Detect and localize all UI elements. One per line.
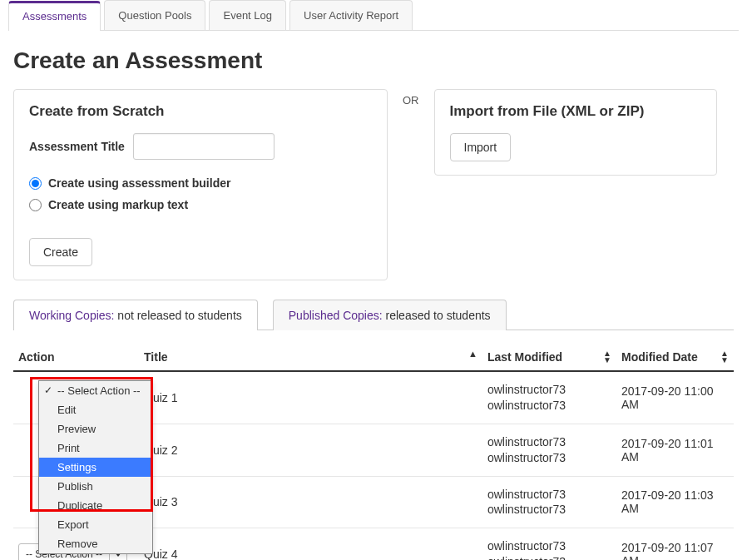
row-modified-date: 2017-09-20 11:00 AM xyxy=(616,371,734,424)
col-title-label: Title xyxy=(144,350,168,364)
copies-tabs: Working Copies: not released to students… xyxy=(13,299,734,330)
working-copies-label: Working Copies: xyxy=(29,309,114,322)
create-button[interactable]: Create xyxy=(29,238,92,266)
dropdown-option[interactable]: Export xyxy=(39,515,152,534)
dropdown-option[interactable]: Edit xyxy=(39,400,152,419)
tab-working-copies[interactable]: Working Copies: not released to students xyxy=(13,300,258,330)
dropdown-option[interactable]: Duplicate xyxy=(39,496,152,515)
col-last-modified[interactable]: Last Modified ▲▼ xyxy=(482,344,616,371)
import-panel-title: Import from File (XML or ZIP) xyxy=(450,103,701,120)
top-tabs: Assessments Question Pools Event Log Use… xyxy=(8,0,739,31)
row-last-modified: owlinstructor73owlinstructor73 xyxy=(482,371,616,424)
radio-builder[interactable] xyxy=(29,177,42,190)
col-title[interactable]: Title ▲ xyxy=(139,344,482,371)
import-panel: Import from File (XML or ZIP) Import xyxy=(434,89,717,176)
radio-markup[interactable] xyxy=(29,199,42,211)
row-last-modified: owlinstructor73owlinstructor73 xyxy=(482,424,616,476)
col-modified-date[interactable]: Modified Date ▲▼ xyxy=(616,344,734,371)
row-last-modified: owlinstructor73owlinstructor73 xyxy=(482,476,616,528)
tab-user-activity-report[interactable]: User Activity Report xyxy=(289,0,413,30)
tab-question-pools[interactable]: Question Pools xyxy=(104,0,205,30)
dropdown-option[interactable]: Remove xyxy=(39,534,152,553)
published-copies-desc: released to students xyxy=(383,309,491,322)
working-copies-desc: not released to students xyxy=(114,309,241,322)
sort-both-icon: ▲▼ xyxy=(603,350,611,364)
assessment-title-label: Assessment Title xyxy=(29,140,125,153)
row-last-modified: owlinstructor73owlinstructor73 xyxy=(482,528,616,560)
page-title: Create an Assessment xyxy=(13,47,739,74)
or-label: OR xyxy=(403,89,419,107)
row-modified-date: 2017-09-20 11:07 AM xyxy=(616,528,734,560)
dropdown-option[interactable]: Preview xyxy=(39,419,152,439)
row-modified-date: 2017-09-20 11:03 AM xyxy=(616,476,734,528)
published-copies-label: Published Copies: xyxy=(289,309,383,322)
sort-both-icon: ▲▼ xyxy=(720,350,729,364)
dropdown-option[interactable]: -- Select Action -- xyxy=(39,381,152,400)
create-panel-title: Create from Scratch xyxy=(29,103,372,120)
import-button[interactable]: Import xyxy=(450,133,512,161)
col-modified-date-label: Modified Date xyxy=(621,350,698,364)
tab-assessments[interactable]: Assessments xyxy=(8,1,101,31)
tab-event-log[interactable]: Event Log xyxy=(209,0,286,30)
assessments-table-area: Action Title ▲ Last Modified ▲▼ Modified… xyxy=(13,344,734,560)
radio-builder-label: Create using assessment builder xyxy=(48,176,230,190)
sort-asc-icon: ▲ xyxy=(468,350,477,357)
row-modified-date: 2017-09-20 11:01 AM xyxy=(616,424,734,476)
radio-markup-label: Create using markup text xyxy=(48,198,188,211)
dropdown-option[interactable]: Publish xyxy=(39,477,152,496)
dropdown-option[interactable]: Print xyxy=(39,439,152,458)
row-title: Quiz 2 xyxy=(139,424,482,476)
row-title: Quiz 3 xyxy=(139,476,482,528)
col-last-modified-label: Last Modified xyxy=(487,350,562,364)
tab-published-copies[interactable]: Published Copies: released to students xyxy=(273,300,507,330)
row-title: Quiz 1 xyxy=(139,371,482,424)
action-dropdown-menu[interactable]: -- Select Action --EditPreviewPrintSetti… xyxy=(38,380,153,554)
row-title: Quiz 4 xyxy=(139,528,482,560)
assessment-title-input[interactable] xyxy=(133,133,275,160)
create-from-scratch-panel: Create from Scratch Assessment Title Cre… xyxy=(13,89,388,280)
col-action: Action xyxy=(13,344,139,371)
dropdown-option[interactable]: Settings xyxy=(39,458,152,477)
